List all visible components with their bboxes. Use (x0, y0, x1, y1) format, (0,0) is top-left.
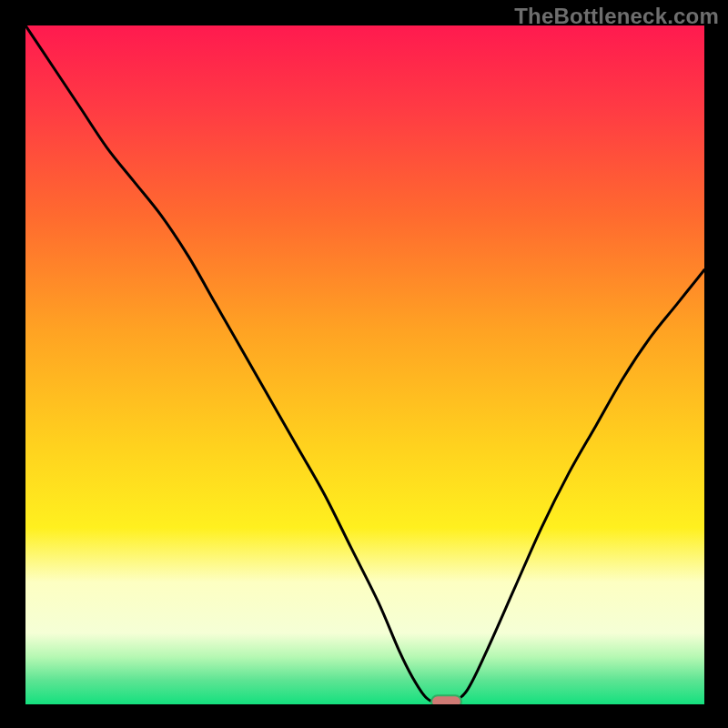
plot-area (25, 25, 704, 704)
chart-frame: TheBottleneck.com (0, 0, 728, 728)
watermark-label: TheBottleneck.com (514, 4, 719, 29)
bottleneck-chart (25, 25, 704, 704)
gradient-background (25, 25, 704, 704)
optimal-point-marker (431, 695, 461, 704)
